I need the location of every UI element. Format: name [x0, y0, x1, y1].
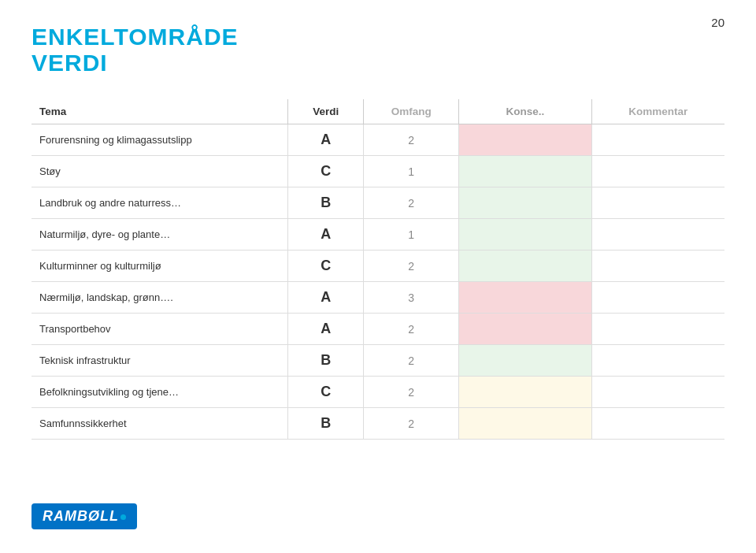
cell-kommentar: [591, 408, 724, 440]
cell-tema: Støy: [32, 156, 287, 187]
cell-omfang: 2: [364, 377, 459, 408]
table-row: Kulturminner og kulturmiljøC2: [32, 251, 724, 282]
cell-kommentar: [591, 345, 724, 377]
table-row: TransportbehovA2: [32, 314, 724, 345]
cell-tema: Nærmiljø, landskap, grønn….: [32, 282, 287, 314]
table-row: Befolkningsutvikling og tjene…C2: [32, 377, 724, 408]
cell-konse: [458, 187, 591, 219]
cell-tema: Kulturminner og kulturmiljø: [32, 251, 287, 282]
ramboll-logo: RAMBØLL: [32, 503, 137, 529]
table-row: Nærmiljø, landskap, grønn….A3: [32, 282, 724, 314]
cell-verdi: A: [287, 124, 363, 156]
cell-konse: [458, 408, 591, 440]
cell-verdi: C: [287, 377, 363, 408]
cell-kommentar: [591, 156, 724, 187]
main-table: Tema Verdi Omfang Konse.. Kommentar Foru…: [32, 99, 724, 440]
cell-omfang: 2: [364, 345, 459, 377]
cell-konse: [458, 314, 591, 345]
cell-omfang: 2: [364, 251, 459, 282]
cell-omfang: 2: [364, 187, 459, 219]
cell-omfang: 1: [364, 219, 459, 251]
cell-kommentar: [591, 251, 724, 282]
cell-tema: Befolkningsutvikling og tjene…: [32, 377, 287, 408]
col-kommentar: Kommentar: [591, 99, 724, 124]
cell-kommentar: [591, 282, 724, 314]
cell-verdi: A: [287, 219, 363, 251]
cell-kommentar: [591, 314, 724, 345]
cell-verdi: C: [287, 156, 363, 187]
table-row: Naturmiljø, dyre- og plante…A1: [32, 219, 724, 251]
cell-konse: [458, 345, 591, 377]
cell-tema: Forurensning og klimagassutslipp: [32, 124, 287, 156]
cell-kommentar: [591, 377, 724, 408]
cell-kommentar: [591, 187, 724, 219]
cell-verdi: A: [287, 314, 363, 345]
cell-konse: [458, 124, 591, 156]
footer: RAMBØLL: [32, 503, 137, 529]
cell-konse: [458, 219, 591, 251]
cell-tema: Landbruk og andre naturress…: [32, 187, 287, 219]
table-row: Forurensning og klimagassutslippA2: [32, 124, 724, 156]
table-row: StøyC1: [32, 156, 724, 187]
cell-verdi: B: [287, 345, 363, 377]
cell-kommentar: [591, 219, 724, 251]
header: ENKELTOMRÅDE VERDI: [32, 24, 724, 76]
title-line1: ENKELTOMRÅDE: [32, 24, 724, 50]
cell-tema: Naturmiljø, dyre- og plante…: [32, 219, 287, 251]
cell-tema: Samfunnssikkerhet: [32, 408, 287, 440]
cell-omfang: 2: [364, 408, 459, 440]
cell-omfang: 1: [364, 156, 459, 187]
cell-omfang: 2: [364, 124, 459, 156]
table-row: Teknisk infrastrukturB2: [32, 345, 724, 377]
cell-konse: [458, 377, 591, 408]
cell-kommentar: [591, 124, 724, 156]
col-tema: Tema: [32, 99, 287, 124]
cell-verdi: A: [287, 282, 363, 314]
cell-verdi: B: [287, 408, 363, 440]
col-verdi: Verdi: [287, 99, 363, 124]
col-konse: Konse..: [458, 99, 591, 124]
title-line2: VERDI: [32, 50, 724, 76]
cell-konse: [458, 251, 591, 282]
cell-konse: [458, 282, 591, 314]
cell-verdi: C: [287, 251, 363, 282]
table-row: Landbruk og andre naturress…B2: [32, 187, 724, 219]
col-omfang: Omfang: [364, 99, 459, 124]
cell-omfang: 3: [364, 282, 459, 314]
cell-omfang: 2: [364, 314, 459, 345]
cell-tema: Teknisk infrastruktur: [32, 345, 287, 377]
page-number: 20: [711, 16, 724, 29]
cell-verdi: B: [287, 187, 363, 219]
table-row: SamfunnssikkerhetB2: [32, 408, 724, 440]
cell-tema: Transportbehov: [32, 314, 287, 345]
cell-konse: [458, 156, 591, 187]
